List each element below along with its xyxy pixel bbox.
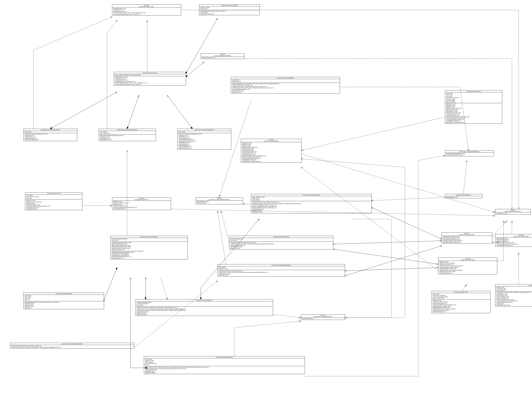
class-name: problem.asm::DesignParser xyxy=(446,195,481,196)
class-name: problem.asm.model::Relation xyxy=(496,285,532,286)
class-Visitor: problem.asm.visitor::Visitor Map<LookupK… xyxy=(114,72,186,86)
members: +MethodCallsVisitor(int api, MethodVisit… xyxy=(144,366,305,374)
class-name: problem.asm.visitor::Visitor xyxy=(115,72,185,74)
members: +ClassNoDeclarationVisitor(int api, Clas… xyxy=(10,345,134,348)
class-ITraverser: «interface» problem.asm.visitor::ITraver… xyxy=(495,209,531,214)
class-Method: problem.asm.model::Method -owner: IClass… xyxy=(445,90,502,124)
class-name: problem.asm.model::IClass xyxy=(439,259,496,260)
svg-line-13 xyxy=(333,249,438,264)
class-ClassUmlOutputStream: problem.asm::ClassUmlOutputStream -visit… xyxy=(177,129,231,150)
class-MethodSDOutputStream: problem.asm::MethodSDOutputStream -visit… xyxy=(99,129,156,141)
class-name: problem.asm::ClassCallsVisitor xyxy=(136,300,272,301)
attrs: -model: IModel -classModel: IClass -meth… xyxy=(144,358,305,366)
class-ClassSDOutputStream: problem.asm::ClassSDOutputStream -visito… xyxy=(23,129,77,141)
members: +getClassIterator(): Iterator<IClass> +a… xyxy=(442,236,492,243)
class-IVisitMethod: «interface» problem.asm.visitor::IVisitM… xyxy=(201,53,245,59)
class-LookupKey: problem.asm.visitor::LookupKey -visitTyp… xyxy=(199,4,260,15)
class-Field: problem.asm.model::Field -name: String -… xyxy=(25,192,82,210)
class-name: problem.asm::ClassNameStandardizer xyxy=(446,151,493,152)
class-IMethod: «interface» problem.asm.model::IMethod +… xyxy=(241,139,301,163)
attrs: -holder: IClassModelHolder -model: IMode… xyxy=(229,238,333,242)
members: +MethodUsingVisitor(int api, MethodVisit… xyxy=(231,83,340,93)
class-ClassMethodVisitor: problem.asm::ClassMethodVisitor -holder:… xyxy=(251,194,372,213)
class-name: problem.asm.model::IMethodHolder xyxy=(302,316,344,317)
attrs: -visitor: IVisitor xyxy=(178,131,231,133)
class-name: problem.asm::ClassSDOutputStream xyxy=(24,129,77,130)
svg-line-2 xyxy=(186,62,204,77)
members: +getName(): String +getAccessLevel(): Ac… xyxy=(432,300,490,313)
svg-line-27 xyxy=(371,197,445,201)
svg-line-17 xyxy=(104,268,117,301)
members: +getName(): String +getAccessLevel(): Ac… xyxy=(25,199,82,210)
members: +LookupKey(VisitType visitType, Class<?>… xyxy=(199,10,259,15)
class-ClassNoDeclarationVisitor: problem.asm::ClassNoDeclarationVisitor +… xyxy=(10,343,134,349)
svg-line-22 xyxy=(462,284,467,291)
class-name: problem.asm.visitor::ITraverser xyxy=(496,211,530,212)
members: +MethodSDOutputStream(OutputStream out):… xyxy=(99,135,156,141)
class-name: problem.asm.model::IMethod xyxy=(242,140,301,142)
svg-line-18 xyxy=(161,278,167,299)
svg-line-9 xyxy=(0,0,371,201)
svg-line-16 xyxy=(345,246,442,276)
class-IClass: «interface» problem.asm.model::IClass +g… xyxy=(438,257,497,274)
members: +Relation(IClass firstClass, IClass seco… xyxy=(495,291,532,306)
class-name: problem.asm::ClassNoDeclarationVisitor xyxy=(11,343,133,344)
class-name: problem.asm::ClassUmlOutputStream xyxy=(178,129,230,130)
members: +ClassMethodVisitor(int api, ClassVisito… xyxy=(251,201,372,213)
class-ClassNameStandardizer: problem.asm::ClassNameStandardizer +stan… xyxy=(445,151,494,156)
members: +MethodSignature(String owner, String na… xyxy=(24,301,104,309)
class-name: problem.asm.visitor::IVisitMethod xyxy=(202,55,244,56)
class-MethodSignature: problem.asm::MethodSignature -owner: Str… xyxy=(23,293,104,309)
class-Relation: problem.asm.model::Relation -firstClass:… xyxy=(495,284,532,306)
class-IRelation: «interface» problem.asm.model::IRelation… xyxy=(495,234,532,247)
stereotype: «interface» xyxy=(197,198,242,199)
svg-line-12 xyxy=(333,241,442,244)
attrs: -owner: IClass -name: String -desc: Stri… xyxy=(445,93,502,103)
members: +ClassDeclarationVisitor(int api, IModel… xyxy=(218,270,345,276)
stereotype: «interface» xyxy=(242,139,301,140)
class-name: problem.asm.visitor::LookupKey xyxy=(200,5,259,6)
svg-line-1 xyxy=(186,18,217,74)
members: +standardize(String className): String +… xyxy=(445,153,494,156)
class-MethodCallsVisitor: problem.asm::MethodCallsVisitor -model: … xyxy=(144,356,305,374)
members: +getOwner(): IClass +getName(): String +… xyxy=(241,142,301,162)
attrs: -visitType: VisitType -clazz: Class<?> xyxy=(199,7,259,10)
members: +ClassSDOutputStream(OutputStream out): … xyxy=(24,133,77,141)
members: +accept(IVisitor v): void xyxy=(495,212,531,214)
stereotype: «interface» xyxy=(443,233,491,234)
class-IClassModelHolder: «interface» problem.asm.model::IClassMod… xyxy=(196,197,243,204)
class-ClassDeclarationVisitor: problem.asm::ClassDeclarationVisitor -mo… xyxy=(217,264,345,277)
attrs: -visitor: IVisitor xyxy=(24,131,77,133)
members: +getName(): String +getAccessLevel(): Ac… xyxy=(438,261,497,274)
class-IMethodHolder: «interface» problem.asm.model::IMethodHo… xyxy=(301,314,345,320)
members: +getMethod(): IMethod xyxy=(301,318,345,320)
attrs: -model: IModel -classModel: IClass xyxy=(231,79,340,83)
members: +getFirstClass(): IClass +getSecondClass… xyxy=(495,238,532,247)
attrs: -owner: String -name: String -desc: Stri… xyxy=(24,295,104,301)
attrs: Map<LookupKey, IVisitMethod> keyToVisitM… xyxy=(114,74,186,76)
members: +main(String[] args): void xyxy=(445,196,482,198)
class-name: problem.asm.model::Field xyxy=(26,193,81,194)
class-name: problem.asm::ClassDeclarationVisitor xyxy=(218,265,344,266)
svg-line-8 xyxy=(371,207,442,239)
attrs: -holder: IClassModelHolder -model: IMode… xyxy=(251,196,372,201)
members: +preVisit(ITraverser t): void +visit(ITr… xyxy=(112,8,181,15)
class-ClassFieldVisitor: problem.asm::ClassFieldVisitor -holder: … xyxy=(229,236,333,249)
class-name: problem.asm.visitor::IVisitor xyxy=(113,6,180,7)
class-name: problem.asm::ClassMethodVisitor xyxy=(252,195,371,196)
stereotype: «interface» xyxy=(113,198,170,199)
members: +ClassUmlOutputStream(OutputStream out):… xyxy=(178,133,231,149)
class-SequenceGenerator: problem.asm::SequenceGenerator -toVisit:… xyxy=(111,236,188,259)
stereotype: «interface» xyxy=(439,258,496,259)
attrs: -firstClass: IClass -secondClass: IClass… xyxy=(495,286,532,291)
class-name: problem.asm::MethodSDOutputStream xyxy=(100,129,155,130)
class-name: problem.asm::MethodCallsVisitor xyxy=(145,357,304,358)
svg-line-4 xyxy=(127,95,139,129)
class-IModel: «interface» problem.asm.model::IModel +g… xyxy=(442,232,492,244)
members: +execute(ITraverser t): void xyxy=(201,57,244,59)
svg-line-14 xyxy=(217,211,226,264)
attrs: -toVisit: Queue<MethodSignature> -model:… xyxy=(111,238,188,242)
class-name: problem.asm::ClassFieldVisitor xyxy=(230,236,332,238)
stereotype: «interface» xyxy=(496,210,530,211)
members: +preVisit(ITraverser t): void +visit(ITr… xyxy=(114,76,186,85)
